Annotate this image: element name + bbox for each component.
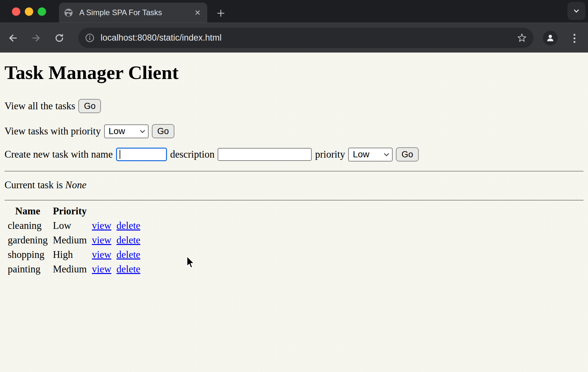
table-row: painting Medium view delete [6,263,142,276]
browser-tab[interactable]: A Simple SPA For Tasks [59,3,207,23]
chevron-down-icon [383,151,390,158]
page-title: Task Manager Client [5,62,583,84]
view-all-label: View all the tasks [5,100,75,112]
chevron-down-icon[interactable] [567,2,585,20]
globe-icon [64,8,73,17]
tab-bar: A Simple SPA For Tasks [0,0,588,23]
forward-icon[interactable] [28,32,44,44]
tab-title: A Simple SPA For Tasks [79,8,193,17]
minimize-window-button[interactable] [25,7,33,16]
name-column-header: Name [6,205,50,218]
back-icon[interactable] [5,32,21,44]
current-task-line: Current task is None [5,179,583,191]
view-all-row: View all the tasks Go [5,99,583,113]
task-name-cell: cleaning [6,219,50,232]
browser-toolbar: localhost:8080/static/index.html [0,23,588,53]
task-priority-cell: Medium [51,263,89,276]
star-icon[interactable] [517,33,527,43]
task-name-cell: gardening [6,234,50,247]
reload-icon[interactable] [52,32,67,44]
task-name-cell: shopping [6,248,50,261]
view-all-go-button[interactable]: Go [78,99,101,113]
view-link[interactable]: view [92,234,111,246]
view-link[interactable]: view [92,220,111,231]
view-link[interactable]: view [92,263,111,275]
url-text[interactable]: localhost:8080/static/index.html [101,33,517,43]
zoom-window-button[interactable] [38,7,46,16]
url-bar[interactable]: localhost:8080/static/index.html [78,28,534,48]
traffic-lights [12,7,46,16]
priority-filter-select[interactable]: Low [104,124,149,138]
new-task-priority-select[interactable]: Low [348,148,393,162]
close-window-button[interactable] [12,7,20,16]
avatar-icon[interactable] [543,31,558,45]
view-by-priority-label: View tasks with priority [5,125,101,137]
close-icon[interactable] [193,8,202,17]
create-task-go-button[interactable]: Go [396,147,418,162]
task-name-input[interactable] [116,148,167,161]
page-content: Task Manager Client View all the tasks G… [0,53,588,372]
table-row: gardening Medium view delete [6,234,142,247]
create-task-label: Create new task with name [5,149,113,160]
table-header-row: Name Priority [6,205,142,218]
current-task-value: None [65,179,86,191]
divider [5,171,583,171]
create-task-row: Create new task with name description pr… [5,147,583,162]
divider [5,200,583,201]
tasks-table: Name Priority cleaning Low view delete g… [5,203,143,277]
delete-link[interactable]: delete [116,263,140,275]
chevron-down-icon [139,128,146,134]
task-name-cell: painting [6,263,50,276]
text-caret [120,150,120,159]
task-priority-cell: Medium [51,234,89,247]
task-priority-cell: Low [51,219,89,232]
priority-label: priority [315,149,345,160]
info-icon[interactable] [85,33,95,43]
table-row: shopping High view delete [6,248,142,261]
new-task-priority-selected-value: Low [353,149,369,160]
task-priority-cell: High [51,248,89,261]
delete-link[interactable]: delete [116,249,140,260]
priority-column-header: Priority [51,205,89,218]
description-label: description [170,149,215,160]
current-task-prefix: Current task is [5,179,63,191]
view-by-priority-row: View tasks with priority Low Go [5,124,583,139]
task-description-input[interactable] [218,148,312,161]
three-dot-menu-icon[interactable] [569,32,580,45]
delete-link[interactable]: delete [116,234,140,246]
delete-link[interactable]: delete [116,220,140,231]
view-by-priority-go-button[interactable]: Go [152,124,174,138]
priority-filter-selected-value: Low [109,126,125,136]
view-link[interactable]: view [92,249,111,260]
table-row: cleaning Low view delete [6,219,142,232]
plus-icon[interactable] [214,6,228,20]
